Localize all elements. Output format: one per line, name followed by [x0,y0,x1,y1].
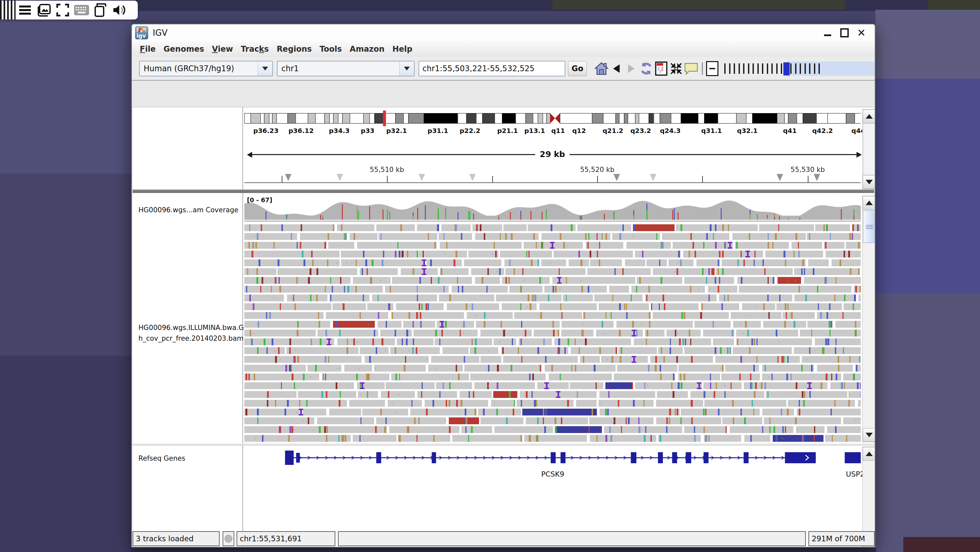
roi-marker-icon[interactable] [337,174,343,181]
zoom-tick [819,64,820,74]
desktop-patch [903,537,980,552]
go-button[interactable]: Go [568,61,587,76]
ruler[interactable]: 55,510 kb55,520 kb55,530 kb [244,107,861,190]
zoom-tick [752,64,754,74]
roi-marker-icon[interactable] [418,174,425,181]
zoom-tick [757,64,759,74]
minimize-button[interactable] [823,29,832,37]
panel-splitter[interactable] [132,190,874,193]
panel-divider[interactable] [242,193,243,444]
status-activity-indicator [223,531,234,546]
menu-bar: FileGenomesViewTracksRegionsToolsAmazonH… [132,41,875,57]
ruler-tick-label: 55,520 kb [580,166,614,174]
roi-marker-icon[interactable] [285,174,291,181]
chromosome-select-value: chr1 [277,64,399,73]
fit-to-window-button[interactable] [669,61,684,77]
zoom-tick [809,64,810,74]
alignment-track[interactable] [244,196,861,444]
zoom-slider[interactable] [721,61,875,77]
desktop-patch [0,174,131,356]
menu-icon[interactable] [16,1,35,19]
ruler-tick [387,176,388,182]
desktop-patch [0,11,131,174]
keyboard-icon[interactable] [72,1,91,19]
desktop-patch [552,0,845,10]
desktop: igv IGV ✕ FileGenomesViewTracksRegionsTo… [0,0,980,552]
zoom-slider-highlight [786,61,875,76]
scroll-down-button[interactable] [863,175,875,189]
roi-marker-icon[interactable] [776,174,783,181]
fullscreen-icon[interactable] [53,1,72,19]
zoom-tick [762,64,763,74]
gene-track-label[interactable]: Refseq Genes [138,455,185,462]
genome-select[interactable]: Human (GRCh37/hg19) [139,61,273,77]
alignment-panel: HG00096.wgs...am Coverage HG00096.wgs.IL… [132,193,874,444]
define-region-button[interactable] [654,61,669,77]
scroll-down-button[interactable] [863,428,875,442]
window-title: IGV [153,28,168,38]
scroll-up-button[interactable] [863,447,875,461]
windows-icon[interactable] [91,1,110,19]
scroll-up-button[interactable] [863,110,875,123]
zoom-tick [781,64,782,74]
chevron-down-icon[interactable] [399,61,414,76]
zoom-slider-thumb[interactable] [783,62,789,75]
zoom-tick [738,64,740,74]
menu-genomes[interactable]: Genomes [159,45,208,54]
chevron-down-icon[interactable] [258,61,272,76]
activity-dot-icon [224,535,232,542]
roi-marker-icon[interactable] [614,174,620,181]
alignment-panel-scrollbar[interactable] [862,196,875,442]
scroll-up-button[interactable] [863,196,875,210]
status-message-area [338,531,806,546]
panel-divider[interactable] [242,107,243,190]
back-button[interactable] [609,61,624,77]
roi-marker-icon[interactable] [469,174,476,181]
alignment-track-label-line2[interactable]: h_cov_pcr_free.20140203.bam [138,335,243,342]
toolbar-separator [702,62,703,75]
menu-tools[interactable]: Tools [315,45,346,54]
title-bar[interactable]: igv IGV ✕ [132,24,875,41]
refresh-button[interactable] [639,61,654,77]
menu-view[interactable]: View [208,45,237,54]
window-content: p36.23p36.12p34.3p33p32.1p31.1p22.2p21.1… [132,81,875,547]
gene-track[interactable] [244,447,861,469]
zoom-out-button[interactable] [706,61,718,76]
menu-regions[interactable]: Regions [273,45,315,54]
status-cursor-position: chr1:55,531,691 [237,531,335,546]
dock-drag-handle[interactable] [0,1,16,19]
menu-help[interactable]: Help [388,45,416,54]
locus-input[interactable] [418,61,565,77]
igv-window: igv IGV ✕ FileGenomesViewTracksRegionsTo… [131,24,875,547]
tooltip-behavior-button[interactable] [684,61,698,77]
desktop-patch [875,293,980,552]
menu-amazon[interactable]: Amazon [346,45,388,54]
gene-name-usp24: USP2 [846,470,864,478]
zoom-tick [729,64,730,74]
alignment-track-label-line1[interactable]: HG00096.wgs.ILLUMINA.bwa.G [138,324,244,332]
menu-tracks[interactable]: Tracks [237,45,273,54]
scrollbar-thumb[interactable] [863,123,875,175]
zoom-tick [772,64,773,74]
locus-panel-scrollbar[interactable] [862,109,875,189]
ruler-tick [492,176,493,182]
roi-marker-icon[interactable] [650,174,656,181]
close-button[interactable]: ✕ [857,29,865,37]
desktop-patch [131,547,876,552]
desktop-patch [875,79,980,293]
home-button[interactable] [594,61,609,77]
volume-icon[interactable] [110,1,129,19]
menu-file[interactable]: File [136,45,159,54]
maximize-button[interactable] [840,29,849,37]
screenshot-icon[interactable] [35,1,53,19]
roi-marker-icon[interactable] [814,174,820,181]
chromosome-select[interactable]: chr1 [277,61,415,77]
genome-select-value: Human (GRCh37/hg19) [140,64,258,73]
toolbar: Human (GRCh37/hg19) chr1 Go [132,57,875,81]
zoom-tick [724,64,725,74]
coverage-track-label[interactable]: HG00096.wgs...am Coverage [138,206,239,214]
locus-panel: p36.23p36.12p34.3p33p32.1p31.1p22.2p21.1… [132,107,874,190]
forward-button[interactable] [624,61,639,77]
zoom-tick [790,64,792,74]
scrollbar-thumb[interactable] [863,211,875,243]
